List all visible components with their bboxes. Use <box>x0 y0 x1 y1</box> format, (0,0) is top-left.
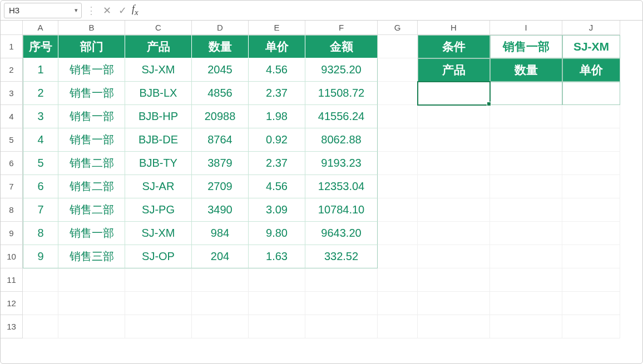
col-header-A[interactable]: A <box>23 21 58 35</box>
cell[interactable] <box>418 105 490 128</box>
cell[interactable]: SJ-PG <box>125 198 192 222</box>
check-icon[interactable]: ✓ <box>116 4 128 17</box>
cell[interactable]: 9.80 <box>249 222 305 245</box>
cell[interactable]: 销售二部 <box>58 175 125 198</box>
cancel-icon[interactable]: ✕ <box>101 4 113 17</box>
cell[interactable]: 销售一部 <box>58 58 125 82</box>
row-header-10[interactable]: 10 <box>1 245 23 268</box>
table-header[interactable]: 数量 <box>192 35 249 58</box>
row-header-9[interactable]: 9 <box>1 222 23 245</box>
cell[interactable] <box>378 105 418 128</box>
cell[interactable]: 2.37 <box>249 152 305 175</box>
side-header[interactable]: 产品 <box>418 58 490 82</box>
cell[interactable] <box>249 292 305 315</box>
cell[interactable]: 3490 <box>192 198 249 222</box>
cell[interactable]: BJB-LX <box>125 82 192 105</box>
row-header-2[interactable]: 2 <box>1 58 23 82</box>
cell[interactable] <box>562 152 620 175</box>
cell[interactable] <box>23 268 58 292</box>
cell[interactable] <box>490 175 562 198</box>
cell[interactable] <box>562 292 620 315</box>
cell[interactable] <box>418 315 490 338</box>
cell[interactable] <box>418 245 490 268</box>
cell[interactable] <box>378 175 418 198</box>
cell[interactable]: 204 <box>192 245 249 268</box>
cell[interactable]: SJ-XM <box>125 58 192 82</box>
cell[interactable] <box>249 315 305 338</box>
cell[interactable]: 4 <box>23 128 58 152</box>
cell[interactable]: SJ-AR <box>125 175 192 198</box>
cell[interactable] <box>418 152 490 175</box>
table-header[interactable]: 部门 <box>58 35 125 58</box>
row-header-6[interactable]: 6 <box>1 152 23 175</box>
cell[interactable]: 11508.72 <box>305 82 378 105</box>
cell[interactable] <box>418 198 490 222</box>
cell[interactable] <box>490 82 562 105</box>
cell[interactable] <box>490 268 562 292</box>
name-box[interactable]: H3 ▾ <box>4 3 82 18</box>
cell[interactable]: 销售一部 <box>58 82 125 105</box>
cell[interactable] <box>562 128 620 152</box>
col-header-F[interactable]: F <box>305 21 378 35</box>
cell[interactable]: 8 <box>23 222 58 245</box>
row-header-7[interactable]: 7 <box>1 175 23 198</box>
cell[interactable]: 1.63 <box>249 245 305 268</box>
cell[interactable] <box>490 128 562 152</box>
cell[interactable]: 2 <box>23 82 58 105</box>
row-header-4[interactable]: 4 <box>1 105 23 128</box>
row-header-11[interactable]: 11 <box>1 268 23 292</box>
cell[interactable] <box>490 198 562 222</box>
cell[interactable]: 12353.04 <box>305 175 378 198</box>
cell[interactable]: 984 <box>192 222 249 245</box>
cell[interactable] <box>192 268 249 292</box>
cell[interactable] <box>378 245 418 268</box>
cell[interactable] <box>58 315 125 338</box>
cell[interactable]: 4.56 <box>249 58 305 82</box>
cell[interactable]: 9 <box>23 245 58 268</box>
cell[interactable]: 1 <box>23 58 58 82</box>
row-header-13[interactable]: 13 <box>1 315 23 338</box>
cell[interactable]: 销售一部 <box>58 128 125 152</box>
cell[interactable]: 7 <box>23 198 58 222</box>
side-value[interactable]: 销售一部 <box>490 35 562 58</box>
cell[interactable]: BJB-HP <box>125 105 192 128</box>
cell[interactable] <box>562 268 620 292</box>
cell[interactable] <box>418 292 490 315</box>
cell[interactable] <box>490 245 562 268</box>
table-header[interactable]: 单价 <box>249 35 305 58</box>
cell-selected[interactable] <box>418 82 490 105</box>
row-header-1[interactable]: 1 <box>1 35 23 58</box>
cell[interactable]: SJ-OP <box>125 245 192 268</box>
cell[interactable] <box>490 152 562 175</box>
cell[interactable] <box>125 292 192 315</box>
cell[interactable]: 9193.23 <box>305 152 378 175</box>
cell[interactable]: 5 <box>23 152 58 175</box>
cell[interactable]: 2.37 <box>249 82 305 105</box>
side-header[interactable]: 条件 <box>418 35 490 58</box>
table-header[interactable]: 产品 <box>125 35 192 58</box>
cell[interactable] <box>378 35 418 58</box>
cell[interactable]: BJB-DE <box>125 128 192 152</box>
side-value[interactable]: SJ-XM <box>562 35 620 58</box>
row-header-12[interactable]: 12 <box>1 292 23 315</box>
cell[interactable]: SJ-XM <box>125 222 192 245</box>
cell[interactable]: 3879 <box>192 152 249 175</box>
cell[interactable] <box>378 315 418 338</box>
cell[interactable] <box>562 315 620 338</box>
cell[interactable]: 销售一部 <box>58 105 125 128</box>
cell[interactable]: 10784.10 <box>305 198 378 222</box>
cell[interactable] <box>23 292 58 315</box>
cell[interactable] <box>562 175 620 198</box>
cell[interactable] <box>192 292 249 315</box>
cell[interactable] <box>378 82 418 105</box>
cell[interactable] <box>378 152 418 175</box>
select-all-corner[interactable] <box>1 21 23 35</box>
cell[interactable] <box>378 198 418 222</box>
col-header-E[interactable]: E <box>249 21 305 35</box>
cell[interactable] <box>418 175 490 198</box>
cell[interactable] <box>418 222 490 245</box>
cell[interactable]: 2045 <box>192 58 249 82</box>
cell[interactable] <box>562 198 620 222</box>
cell[interactable] <box>562 105 620 128</box>
cell[interactable] <box>562 245 620 268</box>
